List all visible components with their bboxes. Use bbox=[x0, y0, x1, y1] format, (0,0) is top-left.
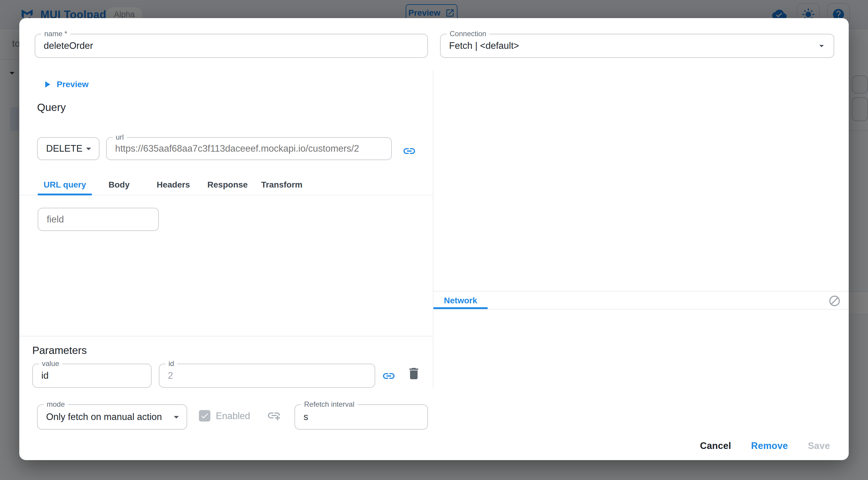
block-clear-icon[interactable] bbox=[828, 295, 841, 307]
param-value-field: value bbox=[32, 364, 152, 388]
url-input[interactable] bbox=[107, 138, 391, 159]
tab-url-query[interactable]: URL query bbox=[38, 174, 92, 196]
tab-transform[interactable]: Transform bbox=[255, 174, 309, 196]
method-select[interactable]: DELETE bbox=[37, 137, 99, 160]
bind-link-icon[interactable] bbox=[382, 369, 396, 383]
connection-field[interactable]: Connection Fetch | <default> bbox=[440, 34, 834, 58]
query-editor-dialog: name * Connection Fetch | <default> Prev… bbox=[19, 18, 849, 460]
bind-link-icon[interactable] bbox=[402, 144, 416, 158]
preview-pane: Network bbox=[433, 70, 849, 460]
connection-value: Fetch | <default> bbox=[449, 34, 519, 57]
parameters-heading: Parameters bbox=[32, 344, 87, 356]
param-id-input[interactable] bbox=[159, 364, 375, 387]
chevron-down-icon bbox=[170, 411, 182, 423]
app-root: MUI Toolpad Alpha Preview to name * Conn… bbox=[0, 0, 868, 480]
chevron-down-icon bbox=[816, 40, 827, 51]
mode-value: Only fetch on manual action bbox=[46, 405, 162, 429]
preview-toggle-button[interactable]: Preview bbox=[41, 77, 89, 92]
mode-select[interactable]: mode Only fetch on manual action bbox=[37, 404, 187, 430]
name-input[interactable] bbox=[35, 34, 427, 57]
method-value: DELETE bbox=[46, 138, 83, 159]
network-tab-bar: Network bbox=[433, 291, 849, 310]
play-arrow-icon bbox=[41, 79, 53, 90]
check-icon bbox=[200, 411, 209, 420]
enabled-label: Enabled bbox=[216, 411, 250, 421]
refetch-interval-field: Refetch interval bbox=[294, 404, 428, 430]
name-field: name * bbox=[35, 34, 428, 58]
param-value-input[interactable] bbox=[33, 364, 151, 387]
active-tab-indicator bbox=[433, 307, 488, 309]
chevron-down-icon bbox=[83, 143, 95, 155]
tab-body[interactable]: Body bbox=[92, 174, 146, 196]
query-param-input[interactable] bbox=[38, 208, 158, 230]
query-param-field bbox=[38, 208, 159, 231]
param-id-field: id bbox=[159, 364, 375, 388]
url-field: url bbox=[106, 137, 392, 160]
add-link-icon[interactable] bbox=[267, 408, 281, 423]
parameters-divider bbox=[19, 336, 433, 336]
tab-response[interactable]: Response bbox=[200, 174, 255, 196]
active-tab-indicator bbox=[38, 193, 92, 196]
request-tabs: URL query Body Headers Response Transfor… bbox=[38, 174, 309, 196]
delete-parameter-icon[interactable] bbox=[406, 366, 421, 381]
tab-headers[interactable]: Headers bbox=[146, 174, 200, 196]
tab-network[interactable]: Network bbox=[433, 292, 488, 310]
refetch-interval-input[interactable] bbox=[295, 405, 427, 429]
preview-toggle-label: Preview bbox=[57, 80, 89, 89]
query-heading: Query bbox=[37, 101, 66, 113]
enabled-checkbox[interactable] bbox=[199, 410, 210, 421]
